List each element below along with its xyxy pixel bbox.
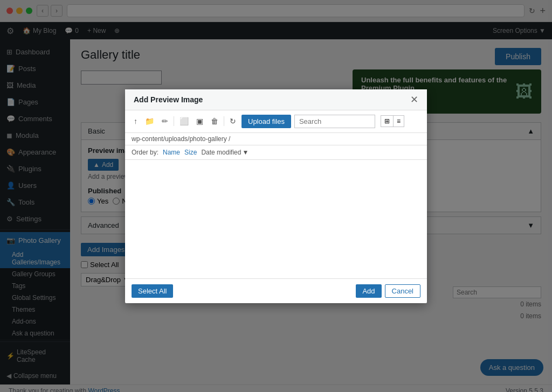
toolbar-folder-icon[interactable]: 📁 (143, 116, 156, 127)
date-modified-label: Date modified (201, 149, 241, 156)
modal-close-button[interactable]: ✕ (410, 95, 418, 104)
modal-toolbar: ↑ 📁 ✏ ⬜ ▣ 🗑 ↻ Upload files ⊞ ≡ (125, 110, 427, 133)
modal-order-row: Order by: Name Size Date modified ▼ (125, 145, 427, 160)
toolbar-sep-2 (224, 116, 224, 126)
modal-action-buttons: Add Cancel (356, 284, 420, 298)
add-preview-image-modal: Add Preview Image ✕ ↑ 📁 ✏ ⬜ ▣ 🗑 ↻ Upload… (125, 89, 427, 303)
select-all-modal-button[interactable]: Select All (132, 284, 173, 298)
date-arrow-icon: ▼ (242, 149, 249, 156)
modal-footer: Select All Add Cancel (125, 278, 427, 303)
list-view-button[interactable]: ≡ (393, 115, 404, 127)
order-size-link[interactable]: Size (184, 149, 197, 156)
toolbar-copy-icon[interactable]: ⬜ (177, 116, 191, 127)
toolbar-sep-1 (174, 116, 174, 126)
toolbar-delete-icon[interactable]: 🗑 (209, 116, 220, 127)
modal-title: Add Preview Image (134, 95, 203, 104)
toolbar-cut-icon[interactable]: ▣ (194, 116, 205, 127)
order-name-link[interactable]: Name (163, 149, 180, 156)
modal-cancel-button[interactable]: Cancel (385, 284, 420, 298)
modal-content-area (125, 160, 427, 278)
order-by-label: Order by: (132, 149, 158, 156)
modal-overlay[interactable]: Add Preview Image ✕ ↑ 📁 ✏ ⬜ ▣ 🗑 ↻ Upload… (0, 0, 552, 392)
order-date-button[interactable]: Date modified ▼ (201, 149, 249, 156)
modal-path: wp-content/uploads/photo-gallery / (125, 133, 427, 145)
toolbar-upload-icon[interactable]: ↑ (132, 116, 140, 127)
toolbar-refresh-icon[interactable]: ↻ (227, 116, 238, 127)
grid-view-button[interactable]: ⊞ (381, 115, 393, 127)
modal-search-input[interactable] (294, 115, 375, 128)
view-toggle: ⊞ ≡ (381, 115, 404, 127)
modal-add-button[interactable]: Add (356, 284, 381, 298)
modal-header: Add Preview Image ✕ (125, 89, 427, 110)
upload-files-button[interactable]: Upload files (242, 115, 291, 128)
toolbar-edit-icon[interactable]: ✏ (160, 116, 170, 127)
